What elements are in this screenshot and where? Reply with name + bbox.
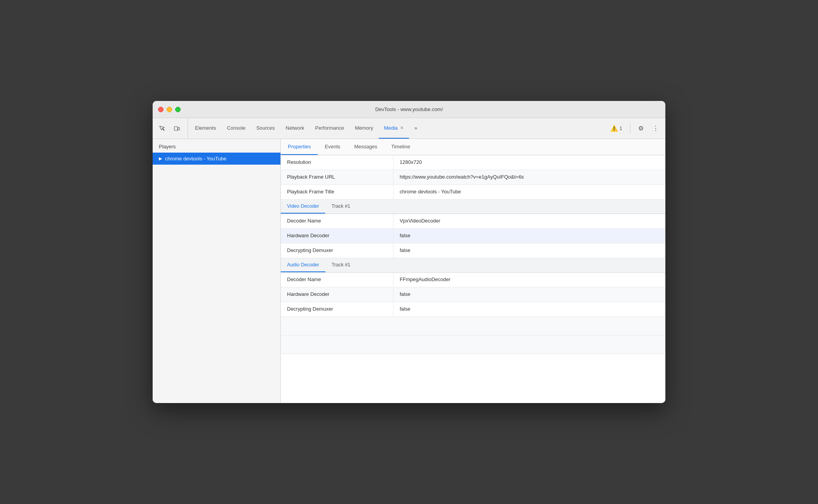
tab-network[interactable]: Network xyxy=(280,118,310,139)
table-row: Playback Frame Title chrome devtools - Y… xyxy=(281,185,665,200)
sidebar-item-youtube[interactable]: ▶ chrome devtools - YouTube xyxy=(153,153,280,165)
empty-row xyxy=(281,335,665,354)
toolbar: Elements Console Sources Network Perform… xyxy=(153,118,665,139)
prop-value-video-decrypting: false xyxy=(393,243,665,258)
video-track1-tab[interactable]: Track #1 xyxy=(325,200,356,214)
prop-key-video-hw-decoder: Hardware Decoder xyxy=(281,229,393,243)
table-row: Hardware Decoder false xyxy=(281,287,665,302)
maximize-button[interactable] xyxy=(175,107,181,112)
more-tabs-button[interactable]: » xyxy=(409,118,423,139)
window-title: DevTools - www.youtube.com/ xyxy=(375,106,443,112)
sub-tab-events[interactable]: Events xyxy=(318,139,347,155)
minimize-button[interactable] xyxy=(167,107,172,112)
audio-decoder-section-header: Audio Decoder Track #1 xyxy=(281,258,665,273)
prop-key-video-decoder-name: Decoder Name xyxy=(281,214,393,228)
sub-tab-properties[interactable]: Properties xyxy=(281,139,318,155)
tab-elements[interactable]: Elements xyxy=(190,118,221,139)
video-decoder-tab[interactable]: Video Decoder xyxy=(281,200,325,214)
audio-track1-tab[interactable]: Track #1 xyxy=(325,258,357,272)
prop-key-playback-url: Playback Frame URL xyxy=(281,170,393,184)
prop-value-audio-hw-decoder: false xyxy=(393,287,665,302)
tab-sources[interactable]: Sources xyxy=(251,118,280,139)
sidebar: Players ▶ chrome devtools - YouTube xyxy=(153,139,281,403)
main-area: Players ▶ chrome devtools - YouTube Prop… xyxy=(153,139,665,403)
settings-button[interactable]: ⚙ xyxy=(635,123,647,134)
tab-memory[interactable]: Memory xyxy=(350,118,379,139)
content-panel: Properties Events Messages Timeline Reso… xyxy=(281,139,665,403)
prop-key-playback-title: Playback Frame Title xyxy=(281,185,393,199)
prop-value-resolution: 1280x720 xyxy=(393,155,665,170)
table-row: Hardware Decoder false xyxy=(281,229,665,243)
prop-key-audio-decoder-name: Decoder Name xyxy=(281,273,393,287)
sidebar-header: Players xyxy=(153,139,280,153)
prop-value-video-hw-decoder: false xyxy=(393,229,665,243)
toolbar-right: ⚠️ 1 ⚙ ⋮ xyxy=(607,118,661,139)
devtools-window: DevTools - www.youtube.com/ Elements Con… xyxy=(153,101,665,403)
prop-value-video-decoder-name: VpxVideoDecoder xyxy=(393,214,665,228)
device-toolbar-button[interactable] xyxy=(171,123,182,134)
warning-icon: ⚠️ xyxy=(610,125,618,132)
table-row: Decoder Name FFmpegAudioDecoder xyxy=(281,273,665,287)
more-menu-button[interactable]: ⋮ xyxy=(650,123,661,134)
title-bar: DevTools - www.youtube.com/ xyxy=(153,101,665,118)
video-decoder-section-header: Video Decoder Track #1 xyxy=(281,200,665,214)
prop-key-video-decrypting: Decrypting Demuxer xyxy=(281,243,393,258)
expand-arrow-icon: ▶ xyxy=(159,156,162,161)
table-row: Resolution 1280x720 xyxy=(281,155,665,170)
prop-value-audio-decoder-name: FFmpegAudioDecoder xyxy=(393,273,665,287)
sub-tab-messages[interactable]: Messages xyxy=(347,139,384,155)
prop-value-playback-url: https://www.youtube.com/watch?v=e1gAyQuI… xyxy=(393,170,665,184)
tab-media[interactable]: Media ✕ xyxy=(379,118,409,139)
tab-console[interactable]: Console xyxy=(221,118,251,139)
sub-tab-timeline[interactable]: Timeline xyxy=(384,139,417,155)
close-button[interactable] xyxy=(158,107,164,112)
table-row: Decoder Name VpxVideoDecoder xyxy=(281,214,665,229)
toolbar-icon-group xyxy=(157,118,188,139)
toolbar-divider xyxy=(630,123,630,134)
table-row: Playback Frame URL https://www.youtube.c… xyxy=(281,170,665,185)
prop-key-audio-hw-decoder: Hardware Decoder xyxy=(281,287,393,302)
svg-rect-1 xyxy=(178,127,179,130)
empty-row xyxy=(281,317,665,335)
sub-tabs-bar: Properties Events Messages Timeline xyxy=(281,139,665,155)
tab-media-close[interactable]: ✕ xyxy=(400,125,404,130)
properties-table: Resolution 1280x720 Playback Frame URL h… xyxy=(281,155,665,403)
prop-value-audio-decrypting: false xyxy=(393,302,665,316)
inspect-element-button[interactable] xyxy=(157,123,167,134)
prop-key-resolution: Resolution xyxy=(281,155,393,170)
tab-performance[interactable]: Performance xyxy=(310,118,349,139)
prop-value-playback-title: chrome devtools - YouTube xyxy=(393,185,665,199)
table-row: Decrypting Demuxer false xyxy=(281,243,665,258)
audio-decoder-tab[interactable]: Audio Decoder xyxy=(281,258,325,272)
table-row: Decrypting Demuxer false xyxy=(281,302,665,317)
prop-key-audio-decrypting: Decrypting Demuxer xyxy=(281,302,393,316)
svg-rect-0 xyxy=(174,127,178,130)
traffic-lights xyxy=(158,107,181,112)
warning-button[interactable]: ⚠️ 1 xyxy=(607,123,625,134)
